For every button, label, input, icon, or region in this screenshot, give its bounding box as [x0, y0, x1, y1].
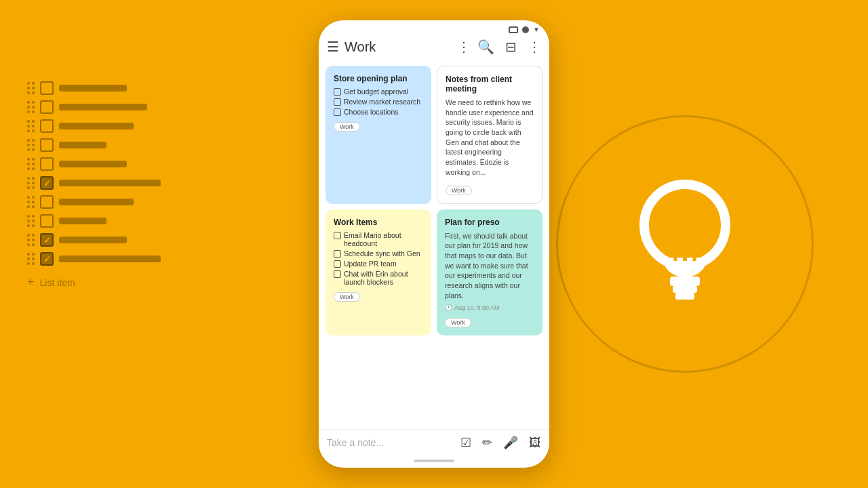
checkbox-icon — [334, 88, 341, 96]
list-row — [27, 214, 161, 228]
list-checkbox[interactable] — [40, 176, 54, 190]
note-title: Work Items — [334, 218, 423, 227]
note-title: Plan for preso — [445, 218, 534, 227]
hamburger-menu-icon[interactable]: ☰ — [327, 39, 339, 55]
take-note-placeholder[interactable]: Take a note... — [327, 437, 460, 448]
svg-rect-2 — [673, 286, 697, 293]
note-tag[interactable]: Work — [445, 318, 471, 327]
list-item-text-bar — [59, 237, 127, 243]
drag-dots-icon — [27, 177, 35, 189]
search-icon[interactable]: 🔍 — [477, 39, 494, 55]
note-item-4: Chat with Erin about launch blockers — [334, 270, 423, 286]
phone-mockup: ▼ ☰ Work ⋮ 🔍 ⊟ ⋮ Store opening plan Get … — [319, 20, 549, 468]
list-checkbox[interactable] — [40, 195, 54, 209]
list-checkbox[interactable] — [40, 81, 54, 95]
bottom-action-icons: ☑ ✏ 🎤 🖼 — [460, 435, 541, 450]
drag-dots-icon — [27, 253, 35, 265]
list-item-text-bar — [59, 104, 147, 110]
checkbox-icon — [334, 250, 341, 258]
list-row — [27, 157, 161, 171]
drag-dots-icon — [27, 234, 35, 246]
note-plan-preso[interactable]: Plan for preso First, we should talk abo… — [437, 209, 542, 336]
list-row — [27, 195, 161, 209]
pen-icon[interactable]: ✏ — [482, 435, 492, 450]
notes-grid: Store opening plan Get budget approval R… — [319, 60, 549, 429]
list-item-text-bar — [59, 85, 127, 92]
more-options-icon[interactable]: ⋮ — [457, 39, 472, 55]
top-bar: ☰ Work ⋮ 🔍 ⊟ ⋮ — [319, 36, 549, 60]
checkbox-icon — [334, 260, 341, 268]
note-item-3: Update PR team — [334, 260, 423, 268]
note-timestamp: 🕐 Aug 10, 8:00 AM — [445, 304, 534, 311]
checkbox-icon — [334, 98, 341, 106]
drag-dots-icon — [27, 139, 35, 151]
drag-dots-icon — [27, 82, 35, 94]
list-checkbox[interactable] — [40, 138, 54, 152]
note-body: First, we should talk about our plan for… — [445, 231, 534, 301]
list-checkbox[interactable] — [40, 119, 54, 133]
list-row — [27, 100, 161, 114]
note-client-meeting[interactable]: Notes from client meeting We need to ret… — [437, 66, 542, 204]
list-row — [27, 252, 161, 266]
note-item-2: Schedule sync with Gen — [334, 249, 423, 258]
svg-rect-3 — [675, 293, 694, 300]
drag-dots-icon — [27, 215, 35, 227]
note-item-2: Review market research — [334, 98, 423, 106]
add-item-label: List item — [40, 277, 75, 288]
list-row — [27, 138, 161, 152]
note-title: Notes from client meeting — [446, 75, 534, 94]
checkbox-icon — [334, 232, 341, 239]
home-bar — [414, 460, 454, 462]
list-item-text-bar — [59, 218, 106, 224]
microphone-icon[interactable]: 🎤 — [503, 435, 518, 450]
signal-icon — [522, 26, 529, 33]
note-store-opening[interactable]: Store opening plan Get budget approval R… — [326, 66, 431, 204]
battery-icon — [509, 26, 518, 33]
list-checkbox[interactable] — [40, 214, 54, 228]
note-item-1: Email Mario about headcount — [334, 231, 423, 247]
drag-dots-icon — [27, 101, 35, 113]
note-body: We need to rethink how we handle user ex… — [446, 98, 534, 178]
list-item-text-bar — [59, 256, 161, 262]
list-item-text-bar — [59, 142, 106, 148]
home-indicator — [319, 455, 549, 468]
list-checkbox[interactable] — [40, 100, 54, 114]
list-checkbox[interactable] — [40, 252, 54, 266]
list-checkbox[interactable] — [40, 157, 54, 171]
note-work-items[interactable]: Work Items Email Mario about headcount S… — [326, 209, 431, 336]
checkbox-new-icon[interactable]: ☑ — [460, 435, 471, 450]
list-row — [27, 119, 161, 133]
left-checklist-panel: +List item — [27, 81, 161, 289]
dropdown-icon: ▼ — [533, 26, 540, 33]
drag-dots-icon — [27, 158, 35, 170]
svg-rect-1 — [670, 277, 700, 286]
image-icon[interactable]: 🖼 — [529, 436, 541, 450]
note-tag[interactable]: Work — [334, 122, 360, 131]
plus-icon: + — [27, 275, 35, 289]
list-row — [27, 233, 161, 247]
checkbox-icon — [334, 270, 341, 278]
note-item-1: Get budget approval — [334, 87, 423, 96]
overflow-menu-icon[interactable]: ⋮ — [528, 39, 541, 55]
top-right-actions: 🔍 ⊟ ⋮ — [477, 39, 541, 55]
checkbox-icon — [334, 108, 341, 116]
add-list-item-row[interactable]: +List item — [27, 275, 161, 289]
drag-dots-icon — [27, 196, 35, 208]
bottom-bar: Take a note... ☑ ✏ 🎤 🖼 — [319, 429, 549, 455]
list-row — [27, 81, 161, 95]
list-checkbox[interactable] — [40, 233, 54, 247]
lightbulb-circle — [556, 115, 814, 373]
page-title: Work — [344, 39, 452, 55]
note-tag[interactable]: Work — [334, 292, 360, 302]
note-tag[interactable]: Work — [446, 186, 472, 195]
lightbulb-icon — [617, 169, 753, 319]
take-note-row: Take a note... ☑ ✏ 🎤 🖼 — [327, 435, 541, 450]
note-title: Store opening plan — [334, 74, 423, 83]
layout-icon[interactable]: ⊟ — [505, 39, 517, 55]
drag-dots-icon — [27, 120, 35, 132]
list-item-text-bar — [59, 199, 134, 205]
clock-icon: 🕐 — [445, 304, 452, 311]
list-item-text-bar — [59, 123, 134, 129]
status-bar: ▼ — [319, 20, 549, 36]
list-item-text-bar — [59, 180, 161, 186]
